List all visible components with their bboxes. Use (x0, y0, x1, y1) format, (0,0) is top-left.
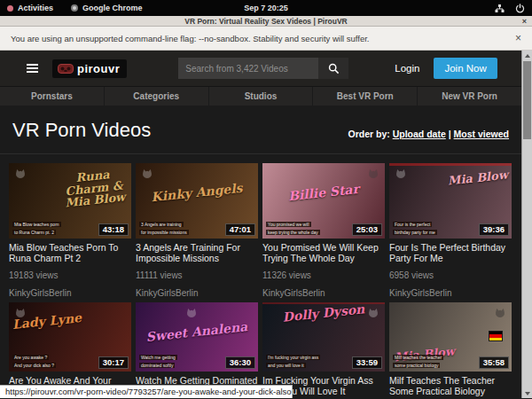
video-studio-link[interactable]: KinkyGirlsBerlin (389, 288, 512, 298)
taskbar: Activities Google Chrome Sep 7 20:25 (0, 0, 532, 16)
thumbnail-caption: Are you awake ?And your dick also ? (12, 354, 94, 369)
order-upload-date-link[interactable]: Upload date (393, 129, 446, 139)
thumbnail-caption: 3 Angels are trainingfor impossible miss… (139, 221, 221, 236)
vertical-scrollbar[interactable] (521, 51, 532, 398)
video-thumbnail[interactable]: Mia Blow Milf teaches the teachersome pr… (389, 302, 512, 372)
menu-hamburger-icon[interactable] (27, 64, 38, 73)
studio-cat-logo-icon (14, 167, 27, 183)
join-now-button[interactable]: Join Now (434, 58, 497, 79)
window-title: VR Porn: Virtual Reality Sex Videos | Pi… (184, 17, 347, 26)
video-thumbnail[interactable]: Dolly Dyson I'm fucking your virgin assa… (262, 302, 385, 372)
video-card[interactable]: Billie Star You promised we willkeep try… (262, 163, 385, 298)
video-views: 6958 views (389, 270, 512, 280)
scroll-down-arrow-icon[interactable] (522, 388, 532, 398)
thumbnail-caption: I'm fucking your virgin assand you will … (266, 354, 348, 369)
order-separator: | (449, 129, 451, 139)
studio-cat-logo-icon (367, 167, 379, 183)
window-close-icon[interactable]: × (522, 17, 527, 26)
video-card[interactable]: Mia Blow Four is the perfectbirthday par… (389, 163, 512, 298)
nav-item-new-vr-porn[interactable]: New VR Porn (418, 87, 521, 106)
video-thumbnail[interactable]: Billie Star You promised we willkeep try… (262, 163, 385, 239)
site-header: pirouvr Login Join Now (0, 51, 521, 86)
thumbnail-caption: Watch me gettingdominated softly (139, 354, 221, 369)
studio-cat-logo-icon (367, 306, 379, 322)
nav-item-best-vr-porn[interactable]: Best VR Porn (313, 87, 417, 106)
video-views: 11111 views (136, 270, 258, 280)
video-thumbnail[interactable]: Sweet Analena Watch me gettingdominated … (136, 302, 258, 372)
page-head: VR Porn Videos Order by: Upload date | M… (0, 106, 521, 154)
video-views: 11326 views (262, 270, 385, 280)
video-card[interactable]: Dolly Dyson I'm fucking your virgin assa… (262, 302, 385, 398)
video-grid: Runa Charm & Mia Blow Mia Blow teaches p… (0, 154, 521, 398)
browser-viewport: pirouvr Login Join Now Pornstars Categor… (0, 51, 532, 398)
thumbnail-caption: Four is the perfectbirthday party for me (393, 221, 474, 236)
video-studio-link[interactable]: KinkyGirlsBerlin (9, 288, 131, 298)
video-duration: 36:30 (225, 356, 255, 369)
page-title: VR Porn Videos (12, 119, 151, 142)
thumbnail-overlay-name: Mia Blow (445, 168, 510, 187)
scrollbar-thumb[interactable] (523, 61, 531, 139)
thumbnail-overlay-name: Runa Charm & Mia Blow (57, 167, 131, 210)
network-icon[interactable] (495, 4, 505, 13)
video-title[interactable]: 3 Angels Are Training For Impossible Mis… (136, 243, 258, 264)
nav-item-pornstars[interactable]: Pornstars (0, 87, 104, 106)
video-title[interactable]: You Promised We Will Keep Trying The Who… (262, 243, 385, 264)
site-content: pirouvr Login Join Now Pornstars Categor… (0, 51, 521, 398)
video-title[interactable]: Milf Teaches The Teacher Some Practical … (389, 376, 512, 397)
login-link[interactable]: Login (395, 63, 419, 74)
studio-cat-logo-icon (141, 167, 153, 183)
german-flag (489, 331, 503, 341)
chrome-title-bar: VR Porn: Virtual Reality Sex Videos | Pi… (0, 16, 532, 27)
thumbnail-caption: You promised we willkeep trying the whol… (266, 221, 348, 236)
video-card[interactable]: Kinky Angels 3 Angels are trainingfor im… (136, 163, 258, 298)
studio-cat-logo-icon (395, 167, 407, 183)
video-thumbnail[interactable]: Lady Lyne Are you awake ?And your dick a… (9, 302, 131, 372)
nav-item-studios[interactable]: Studios (209, 87, 313, 106)
order-most-viewed-link[interactable]: Most viewed (454, 129, 509, 139)
studio-cat-logo-icon (494, 306, 506, 322)
video-card[interactable]: Lady Lyne Are you awake ?And your dick a… (9, 302, 131, 398)
video-duration: 43:18 (98, 223, 129, 236)
main-nav: Pornstars Categories Studios Best VR Por… (0, 86, 521, 106)
order-by: Order by: Upload date | Most viewed (348, 129, 509, 142)
infobar-message: You are using an unsupported command-lin… (11, 34, 370, 43)
video-card[interactable]: Runa Charm & Mia Blow Mia Blow teaches p… (9, 163, 131, 298)
video-duration: 30:17 (98, 356, 129, 369)
thumbnail-overlay-name: Sweet Analena (136, 319, 258, 345)
scroll-up-arrow-icon[interactable] (522, 51, 532, 60)
vr-headset-icon (58, 64, 74, 74)
system-tray (495, 4, 525, 13)
video-thumbnail[interactable]: Runa Charm & Mia Blow Mia Blow teaches p… (9, 163, 131, 239)
video-studio-link[interactable]: KinkyGirlsBerlin (136, 288, 258, 298)
thumbnail-caption: Milf teaches the teachersome practical b… (393, 354, 474, 369)
video-duration: 25:03 (352, 223, 382, 236)
infobar-close-icon[interactable]: × (515, 32, 521, 44)
chrome-infobar: You are using an unsupported command-lin… (0, 27, 532, 51)
video-thumbnail[interactable]: Kinky Angels 3 Angels are trainingfor im… (136, 163, 258, 239)
search-icon (328, 63, 340, 74)
thumbnail-caption: Mia Blow teaches pornto Runa Charm pt. 2 (12, 221, 94, 236)
video-views: 19183 views (9, 270, 131, 280)
nav-item-categories[interactable]: Categories (105, 87, 208, 106)
video-thumbnail[interactable]: Mia Blow Four is the perfectbirthday par… (389, 163, 512, 239)
clock[interactable]: Sep 7 20:25 (0, 4, 532, 12)
video-duration: 35:58 (479, 356, 509, 369)
studio-cat-logo-icon (185, 306, 198, 322)
video-studio-link[interactable]: KinkyGirlsBerlin (262, 288, 385, 298)
site-logo[interactable]: pirouvr (52, 59, 127, 78)
thumbnail-overlay-name: Billie Star (262, 180, 385, 206)
video-duration: 47:01 (225, 223, 255, 236)
search-button[interactable] (318, 58, 348, 79)
order-by-label: Order by: (348, 129, 389, 139)
video-card[interactable]: Mia Blow Milf teaches the teachersome pr… (389, 302, 512, 398)
screen: Activities Google Chrome Sep 7 20:25 VR … (0, 0, 532, 399)
thumbnail-overlay-name: Kinky Angels (136, 180, 258, 206)
video-duration: 39:36 (479, 223, 509, 236)
video-title[interactable]: Four Is The Perfect Birthday Party For M… (389, 243, 512, 264)
status-bar-url: https://pirouvr.com/vr-porn-video/779325… (0, 385, 293, 398)
search-input[interactable] (178, 58, 318, 79)
video-title[interactable]: Mia Blow Teaches Porn To Runa Charm Pt 2 (9, 243, 131, 264)
power-icon[interactable] (515, 4, 525, 13)
site-logo-text: pirouvr (77, 62, 120, 75)
video-card[interactable]: Sweet Analena Watch me gettingdominated … (136, 302, 258, 398)
